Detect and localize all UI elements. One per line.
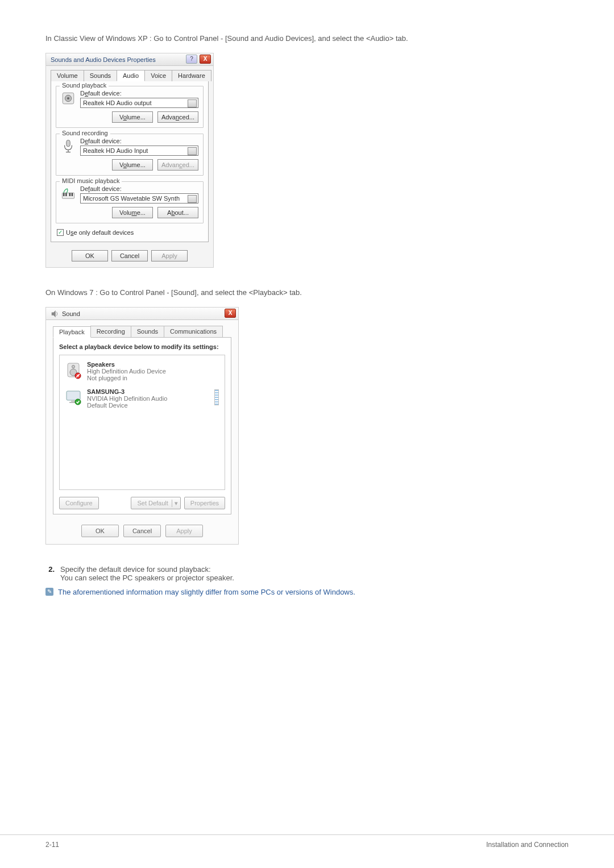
xp-dialog-titlebar[interactable]: Sounds and Audio Devices Properties ? X: [46, 53, 213, 66]
configure-button: Configure: [59, 497, 99, 509]
midi-device-name: Microsoft GS Wavetable SW Synth: [83, 195, 180, 202]
win7-apply-button: Apply: [165, 525, 203, 537]
tab-hardware[interactable]: Hardware: [172, 70, 211, 81]
svg-rect-9: [69, 193, 70, 196]
win7-dialog-titlebar[interactable]: Sound X: [46, 308, 238, 320]
tab-volume[interactable]: Volume: [51, 70, 84, 81]
recording-advanced-button: Advanced...: [157, 159, 198, 171]
playback-device-name: Realtek HD Audio output: [83, 99, 151, 106]
section-title: Installation and Connection: [486, 841, 569, 849]
recording-volume-button[interactable]: Volume...: [112, 159, 153, 171]
apply-button: Apply: [151, 250, 188, 261]
list-item[interactable]: Speakers High Definition Audio Device No…: [62, 358, 222, 385]
playback-hint: Select a playback device below to modify…: [59, 343, 225, 350]
close-button[interactable]: X: [200, 55, 211, 64]
set-default-button: Set Default ▾: [131, 497, 180, 509]
midi-default-label: Default device:: [80, 185, 198, 192]
midi-about-button[interactable]: About...: [157, 207, 198, 218]
win7-dialog-title: Sound: [62, 310, 80, 317]
use-only-default-label: Use only default devices: [66, 229, 134, 236]
group-midi-playback: MIDI music playback: [56, 181, 204, 223]
monitor-device-icon: [64, 388, 82, 406]
tab-audio[interactable]: Audio: [117, 70, 145, 81]
use-only-default-checkbox-row[interactable]: ✓ Use only default devices: [57, 229, 204, 236]
svg-point-14: [72, 366, 75, 368]
playback-device-list[interactable]: Speakers High Definition Audio Device No…: [59, 355, 225, 490]
group-sound-recording: Sound recording Default device:: [56, 134, 204, 176]
group-legend-recording: Sound recording: [60, 130, 110, 136]
recording-default-label: Default device:: [80, 138, 198, 144]
xp-dialog: Sounds and Audio Devices Properties ? X …: [45, 53, 214, 268]
midi-device-select[interactable]: Microsoft GS Wavetable SW Synth: [80, 193, 198, 203]
group-legend-midi: MIDI music playback: [60, 177, 122, 184]
device-name: SAMSUNG-3: [87, 388, 167, 395]
note-text: The aforementioned information may sligh…: [58, 588, 355, 596]
svg-marker-11: [52, 310, 56, 317]
device-sub: NVIDIA High Definition Audio: [87, 395, 167, 402]
level-meter-icon: [214, 389, 219, 405]
tab-playback[interactable]: Playback: [53, 326, 91, 338]
svg-point-20: [75, 399, 81, 405]
midi-keyboard-icon: [61, 186, 76, 201]
recording-device-name: Realtek HD Audio Input: [83, 147, 148, 154]
page-number: 2-11: [45, 841, 59, 849]
tab-communications[interactable]: Communications: [164, 326, 223, 337]
midi-volume-button[interactable]: Volume...: [112, 207, 153, 218]
list-item[interactable]: SAMSUNG-3 NVIDIA High Definition Audio D…: [62, 385, 222, 412]
group-legend-playback: Sound playback: [60, 82, 109, 89]
svg-rect-3: [67, 140, 70, 146]
group-sound-playback: Sound playback Default device:: [56, 86, 204, 128]
win7-ok-button[interactable]: OK: [81, 525, 119, 537]
win7-dialog: Sound X Playback Recording Sounds Commun…: [45, 307, 239, 545]
xp-dialog-title: Sounds and Audio Devices Properties: [51, 56, 156, 63]
intro-win7: On Windows 7 : Go to Control Panel - [So…: [45, 288, 569, 297]
checkbox-icon[interactable]: ✓: [57, 229, 64, 236]
ok-button[interactable]: OK: [72, 250, 108, 261]
playback-advanced-button[interactable]: Advanced...: [157, 111, 198, 123]
step-2: 2. Specify the default device for sound …: [45, 565, 569, 582]
tab-voice[interactable]: Voice: [144, 70, 172, 81]
svg-point-2: [67, 97, 69, 99]
playback-device-select[interactable]: Realtek HD Audio output: [80, 98, 198, 108]
win7-cancel-button[interactable]: Cancel: [123, 525, 161, 537]
tab-recording[interactable]: Recording: [90, 326, 131, 337]
speaker-icon: [61, 91, 76, 106]
step-line-2: You can select the PC speakers or projec…: [60, 574, 569, 582]
step-number: 2.: [45, 565, 55, 582]
help-button[interactable]: ?: [186, 55, 197, 64]
recording-device-select[interactable]: Realtek HD Audio Input: [80, 146, 198, 156]
page-footer: 2-11 Installation and Connection: [0, 834, 614, 849]
properties-button: Properties: [184, 497, 225, 509]
playback-default-label: Default device:: [80, 90, 198, 97]
device-status: Default Device: [87, 402, 167, 409]
microphone-icon: [61, 139, 76, 153]
chevron-down-icon: ▾: [172, 500, 178, 507]
intro-xp: In Classic View of Windows XP : Go to Co…: [45, 34, 569, 43]
cancel-button[interactable]: Cancel: [111, 250, 148, 261]
step-line-1: Specify the default device for sound pla…: [60, 565, 569, 574]
sound-app-icon: [51, 310, 59, 318]
win7-close-button[interactable]: X: [225, 309, 236, 318]
speaker-device-icon: [64, 361, 82, 379]
device-status: Not plugged in: [87, 375, 166, 381]
playback-volume-button[interactable]: Volume...: [112, 111, 153, 123]
note-icon: ✎: [45, 588, 53, 596]
device-name: Speakers: [87, 361, 166, 368]
svg-rect-8: [65, 193, 67, 196]
tab-sounds7[interactable]: Sounds: [131, 326, 164, 337]
svg-rect-10: [72, 193, 73, 196]
svg-rect-7: [63, 193, 64, 196]
device-sub: High Definition Audio Device: [87, 368, 166, 375]
note: ✎ The aforementioned information may sli…: [45, 588, 569, 596]
tab-sounds[interactable]: Sounds: [84, 70, 117, 81]
